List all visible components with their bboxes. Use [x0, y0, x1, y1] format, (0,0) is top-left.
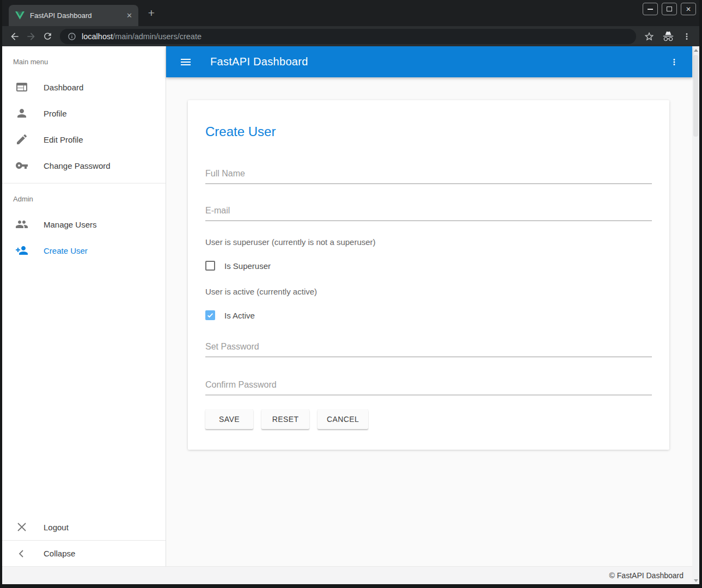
hamburger-menu-icon — [179, 56, 192, 69]
sidebar: Main menu Dashboard Profile — [2, 46, 166, 566]
maximize-icon — [667, 7, 672, 11]
page-viewport: Main menu Dashboard Profile — [2, 46, 699, 584]
sidebar-item-label: Collapse — [44, 549, 75, 558]
check-icon — [206, 311, 214, 319]
url-host: localhost — [82, 32, 113, 41]
info-icon[interactable] — [68, 32, 76, 41]
scroll-down-button[interactable] — [692, 577, 699, 584]
person-add-icon — [15, 244, 28, 257]
app-layout: Main menu Dashboard Profile — [2, 46, 699, 566]
dashboard-icon — [15, 81, 28, 94]
superuser-checkbox-label: Is Superuser — [224, 261, 271, 271]
scrollbar-thumb[interactable] — [693, 55, 698, 137]
copyright-text: © FastAPI Dashboard — [609, 571, 683, 580]
vue-logo-icon — [15, 11, 25, 20]
sidebar-item-manage-users[interactable]: Manage Users — [2, 211, 166, 237]
close-icon: ✕ — [686, 5, 691, 13]
address-bar[interactable]: localhost/main/admin/users/create — [60, 29, 636, 44]
sidebar-item-label: Manage Users — [44, 220, 97, 229]
reload-button[interactable] — [39, 29, 56, 44]
url-path: /main/admin/users/create — [113, 32, 202, 41]
maximize-button[interactable] — [662, 3, 677, 15]
browser-toolbar: localhost/main/admin/users/create — [2, 26, 699, 46]
app-footer: © FastAPI Dashboard — [2, 566, 692, 584]
browser-tab[interactable]: FastAPI Dashboard ✕ — [9, 5, 138, 26]
confirm-password-field — [205, 380, 652, 395]
reload-icon — [42, 31, 53, 41]
browser-titlebar: FastAPI Dashboard ✕ + ✕ — [2, 0, 699, 26]
active-checkbox-row: Is Active — [205, 310, 652, 320]
email-field — [205, 206, 652, 221]
scroll-up-icon — [694, 49, 698, 52]
form-title: Create User — [205, 100, 652, 139]
sidebar-bottom: Logout Collapse — [2, 514, 166, 566]
sidebar-section-main-menu: Main menu — [2, 46, 166, 74]
scroll-up-button[interactable] — [692, 46, 699, 54]
confirm-password-input[interactable] — [205, 380, 652, 395]
save-button[interactable]: SAVE — [205, 409, 253, 429]
kebab-menu-icon — [669, 57, 679, 67]
sidebar-item-label: Create User — [44, 246, 88, 255]
full-name-input[interactable] — [205, 169, 652, 184]
kebab-menu-icon[interactable] — [682, 32, 692, 41]
key-icon — [15, 159, 28, 172]
superuser-checkbox[interactable] — [205, 261, 215, 271]
reset-button[interactable]: RESET — [261, 409, 309, 429]
appbar-title: FastAPI Dashboard — [210, 56, 308, 68]
active-checkbox[interactable] — [205, 310, 215, 320]
scroll-down-icon — [694, 579, 698, 582]
sidebar-item-change-password[interactable]: Change Password — [2, 152, 166, 179]
sidebar-item-label: Logout — [44, 523, 69, 532]
minimize-button[interactable] — [643, 3, 658, 15]
hamburger-menu-button[interactable] — [179, 56, 192, 69]
sidebar-item-label: Profile — [44, 109, 67, 118]
create-user-card: Create User User is superuser (currently… — [188, 100, 669, 450]
scrollbar-track[interactable] — [692, 54, 699, 577]
sidebar-item-collapse[interactable]: Collapse — [2, 540, 166, 566]
sidebar-item-logout[interactable]: Logout — [2, 514, 166, 540]
appbar-menu-button[interactable] — [669, 57, 679, 67]
pencil-icon — [15, 133, 28, 146]
tab-close-icon[interactable]: ✕ — [125, 11, 134, 20]
sidebar-item-label: Change Password — [44, 161, 111, 170]
page-scrollbar[interactable] — [692, 46, 699, 584]
url-text: localhost/main/admin/users/create — [82, 32, 202, 41]
email-input[interactable] — [205, 206, 652, 221]
sidebar-item-create-user[interactable]: Create User — [2, 237, 166, 264]
form-buttons: SAVE RESET CANCEL — [205, 409, 652, 429]
active-hint: User is active (currently active) — [205, 287, 652, 296]
people-icon — [15, 218, 28, 231]
back-button[interactable] — [7, 29, 23, 44]
tab-title: FastAPI Dashboard — [30, 11, 125, 20]
sidebar-item-label: Edit Profile — [44, 135, 83, 144]
superuser-checkbox-row: Is Superuser — [205, 261, 652, 271]
sidebar-item-profile[interactable]: Profile — [2, 100, 166, 126]
sidebar-item-dashboard[interactable]: Dashboard — [2, 74, 166, 100]
cancel-button[interactable]: CANCEL — [318, 409, 368, 429]
new-tab-button[interactable]: + — [145, 8, 157, 20]
superuser-hint: User is superuser (currently is not a su… — [205, 237, 652, 247]
toolbar-right — [644, 30, 692, 42]
window-controls: ✕ — [643, 3, 696, 15]
back-icon — [9, 31, 20, 42]
active-checkbox-label: Is Active — [224, 311, 255, 320]
close-x-icon — [15, 520, 28, 534]
sidebar-item-edit-profile[interactable]: Edit Profile — [2, 126, 166, 152]
chevron-left-icon — [15, 547, 28, 560]
password-input[interactable] — [205, 342, 652, 357]
forward-icon — [26, 31, 36, 42]
full-name-field — [205, 169, 652, 184]
sidebar-item-label: Dashboard — [44, 83, 83, 92]
star-icon[interactable] — [644, 31, 655, 42]
close-button[interactable]: ✕ — [681, 3, 696, 15]
sidebar-section-admin: Admin — [2, 183, 166, 211]
forward-button[interactable] — [23, 29, 39, 44]
main-content: FastAPI Dashboard Create User User is su… — [166, 46, 692, 566]
minimize-icon — [648, 9, 653, 10]
browser-window: FastAPI Dashboard ✕ + ✕ localhost/main/a… — [0, 0, 702, 588]
password-field — [205, 342, 652, 357]
appbar: FastAPI Dashboard — [166, 46, 692, 77]
incognito-icon — [662, 30, 674, 42]
person-icon — [15, 107, 28, 120]
